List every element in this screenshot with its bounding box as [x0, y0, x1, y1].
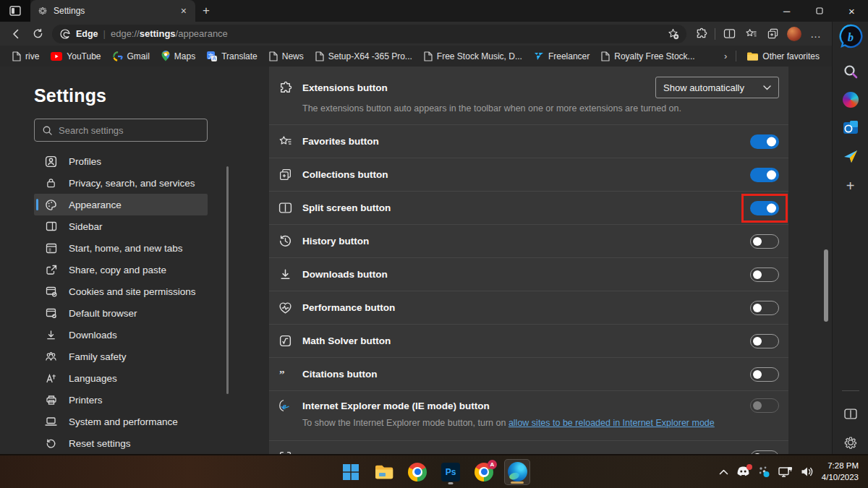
- collections-toolbar-button[interactable]: [762, 24, 783, 44]
- sidebar-item-family-safety[interactable]: Family safety: [34, 346, 208, 367]
- search-icon: [42, 125, 53, 136]
- tab-settings[interactable]: Settings ×: [30, 0, 195, 22]
- extensions-button[interactable]: [691, 24, 711, 44]
- maximize-button[interactable]: [803, 0, 835, 22]
- sidebar-item-cookies[interactable]: Cookies and site permissions: [34, 281, 208, 302]
- add-favorite-icon[interactable]: [667, 27, 679, 40]
- refresh-button[interactable]: [27, 24, 48, 44]
- favorites-toolbar-button[interactable]: [741, 24, 761, 44]
- setting-row-extensions: Extensions button Show automatically The…: [269, 67, 788, 124]
- settings-gear-icon[interactable]: [843, 435, 858, 450]
- split-screen-toolbar-button[interactable]: [719, 24, 739, 44]
- extensions-dropdown[interactable]: Show automatically: [655, 77, 779, 98]
- sidebar-item-privacy[interactable]: Privacy, search, and services: [34, 172, 208, 194]
- add-sidebar-app-button[interactable]: +: [846, 178, 855, 194]
- search-input[interactable]: [59, 125, 200, 136]
- bookmark-item[interactable]: YouTube: [46, 49, 106, 64]
- chrome-icon[interactable]: [404, 459, 430, 485]
- share-icon: [45, 262, 57, 277]
- gear-icon: [38, 4, 48, 18]
- other-favorites-folder[interactable]: Other favorites: [742, 49, 825, 64]
- sidebar-scrollbar[interactable]: [226, 166, 229, 394]
- volume-icon[interactable]: [801, 466, 814, 477]
- setting-row-citations: ” Citations button: [269, 357, 788, 390]
- page-icon: [269, 51, 278, 61]
- new-tab-button[interactable]: +: [195, 0, 217, 22]
- sidebar-item-default-browser[interactable]: Default browser: [34, 302, 208, 324]
- url-divider: |: [103, 28, 106, 39]
- setting-label: Extensions button: [302, 82, 388, 93]
- tab-title: Settings: [54, 6, 174, 16]
- bookmark-item[interactable]: rive: [7, 49, 44, 64]
- sidebar-item-reset[interactable]: Reset settings: [34, 432, 208, 454]
- sidebar-item-sidebar[interactable]: Sidebar: [34, 215, 208, 237]
- clock[interactable]: 7:28 PM 4/10/2023: [822, 461, 859, 483]
- split-window-icon[interactable]: [843, 408, 858, 420]
- address-bar[interactable]: Edge | edge://settings/appearance: [52, 25, 686, 43]
- sidebar-item-start-home[interactable]: Start, home, and new tabs: [34, 237, 208, 259]
- toolbar-divider: [715, 28, 715, 40]
- ie-mode-link[interactable]: allow sites to be reloaded in Internet E…: [509, 418, 715, 428]
- bing-chat-icon[interactable]: b: [838, 23, 864, 49]
- tab-close-icon[interactable]: ×: [179, 6, 188, 16]
- sidebar-item-profiles[interactable]: Profiles: [34, 150, 208, 172]
- sidebar-item-printers[interactable]: Printers: [34, 389, 208, 411]
- network-icon[interactable]: [778, 466, 793, 478]
- edge-taskbar-icon[interactable]: [504, 459, 530, 485]
- sidebar-item-system[interactable]: System and performance: [34, 411, 208, 432]
- collections-toggle[interactable]: [750, 168, 779, 182]
- bookmark-item[interactable]: Free Stock Music, D...: [419, 49, 527, 64]
- hidden-icons-chevron[interactable]: [719, 469, 728, 475]
- translate-icon: 文A: [207, 51, 217, 61]
- sidebar-item-share-copy-paste[interactable]: Share, copy and paste: [34, 259, 208, 281]
- page-title: Settings: [34, 85, 246, 106]
- photoshop-icon[interactable]: Ps: [438, 459, 464, 485]
- start-button[interactable]: [338, 459, 364, 485]
- microsoft-365-icon[interactable]: [843, 92, 859, 108]
- search-icon[interactable]: [843, 64, 859, 80]
- bookmark-item[interactable]: Setup-X64 -365 Pro...: [310, 49, 417, 64]
- bookmark-item[interactable]: 文A Translate: [202, 49, 263, 64]
- close-button[interactable]: ×: [835, 0, 868, 22]
- drop-icon[interactable]: [843, 148, 859, 164]
- url-text[interactable]: edge://settings/appearance: [111, 28, 228, 39]
- bookmark-item[interactable]: Maps: [156, 48, 200, 64]
- outlook-icon[interactable]: [843, 120, 859, 136]
- tray-time: 7:28 PM: [822, 461, 859, 472]
- tray-date: 4/10/2023: [822, 472, 859, 484]
- settings-search-box[interactable]: [34, 119, 208, 142]
- citations-toggle[interactable]: [750, 367, 779, 382]
- main-scrollbar[interactable]: [824, 249, 828, 322]
- profile-avatar[interactable]: [784, 24, 804, 44]
- chevron-down-icon: [763, 85, 771, 90]
- discord-icon[interactable]: [736, 466, 750, 477]
- setting-label: Favorites button: [302, 136, 379, 147]
- math-solver-toggle[interactable]: [750, 334, 779, 348]
- history-icon: [278, 234, 292, 249]
- default-browser-icon: [45, 306, 57, 320]
- performance-toggle[interactable]: [750, 301, 779, 315]
- tab-actions-menu-button[interactable]: [0, 0, 30, 22]
- bookmark-item[interactable]: Gmail: [108, 49, 155, 64]
- favorites-toggle[interactable]: [750, 134, 779, 149]
- reset-icon: [45, 436, 57, 450]
- page-icon: [315, 51, 324, 61]
- chrome-profile-icon[interactable]: A: [471, 459, 497, 485]
- setting-row-downloads: Downloads button: [269, 257, 788, 291]
- history-toggle[interactable]: [750, 234, 779, 249]
- bookmark-item[interactable]: Royalty Free Stock...: [596, 49, 699, 64]
- sidebar-item-appearance[interactable]: Appearance: [34, 194, 208, 215]
- bookmark-item[interactable]: News: [264, 49, 309, 64]
- tray-app-icon[interactable]: [758, 466, 770, 478]
- downloads-toggle[interactable]: [750, 267, 779, 282]
- sidebar-item-downloads[interactable]: Downloads: [34, 324, 208, 346]
- bookmark-item[interactable]: Freelancer: [529, 49, 595, 64]
- settings-more-button[interactable]: …: [806, 24, 826, 44]
- minimize-button[interactable]: ─: [770, 0, 803, 22]
- back-button[interactable]: [6, 24, 26, 44]
- split-screen-toggle[interactable]: [750, 201, 779, 215]
- sidebar-item-languages[interactable]: Languages: [34, 367, 208, 389]
- bookmarks-overflow-chevron[interactable]: ›: [721, 51, 730, 61]
- file-explorer-icon[interactable]: [371, 459, 397, 485]
- ie-mode-toggle[interactable]: [750, 398, 779, 413]
